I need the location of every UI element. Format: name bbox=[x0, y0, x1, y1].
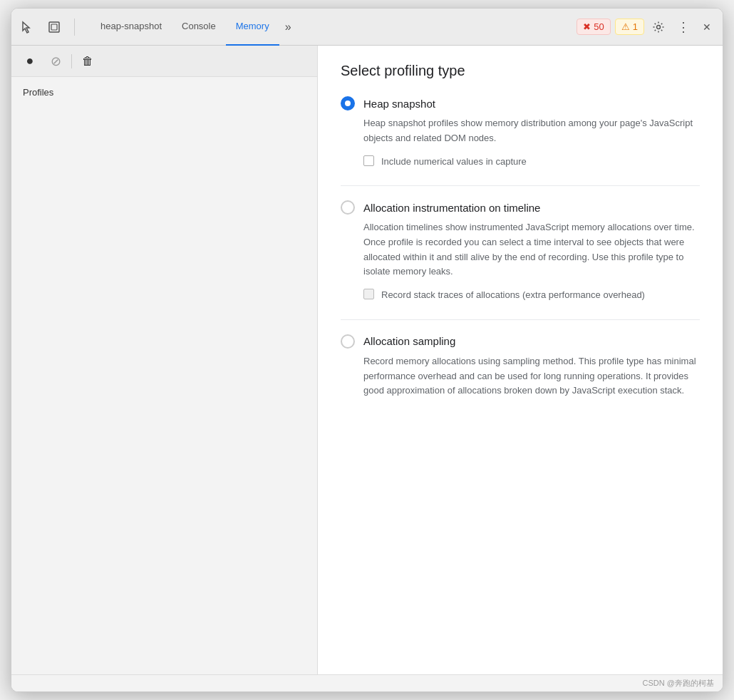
checkbox-stack-traces-input[interactable] bbox=[363, 289, 374, 299]
svg-rect-0 bbox=[49, 22, 59, 32]
svg-point-2 bbox=[657, 25, 661, 29]
delete-button[interactable]: 🗑 bbox=[78, 51, 98, 71]
option-heap-snapshot-desc: Heap snapshot profiles show memory distr… bbox=[363, 116, 700, 146]
more-tabs-button[interactable]: » bbox=[279, 18, 297, 36]
checkbox-numerical-values-input[interactable] bbox=[363, 155, 374, 166]
radio-allocation-instrumentation[interactable] bbox=[341, 200, 355, 215]
option-allocation-instrumentation-desc: Allocation timelines show instrumented J… bbox=[363, 220, 700, 279]
radio-allocation-sampling[interactable] bbox=[341, 334, 355, 349]
devtools-window: heap-snapshot Console Memory » ✖ 50 ⚠ 1 bbox=[11, 8, 723, 692]
option-allocation-instrumentation-label: Allocation instrumentation on timeline bbox=[363, 202, 540, 214]
close-button[interactable]: ✕ bbox=[697, 17, 717, 37]
sidebar-body: Profiles bbox=[11, 77, 317, 674]
tabs-area: heap-snapshot Console Memory » bbox=[91, 9, 297, 46]
tab-memory-label: Memory bbox=[236, 21, 269, 31]
checkbox-numerical-values-label: Include numerical values in capture bbox=[381, 155, 527, 169]
tab-memory[interactable]: Memory bbox=[226, 9, 279, 46]
warning-badge-icon: ⚠ bbox=[621, 21, 630, 32]
sidebar-divider bbox=[71, 54, 72, 68]
option-heap-snapshot-label: Heap snapshot bbox=[363, 98, 435, 110]
close-icon: ✕ bbox=[703, 21, 711, 33]
sidebar-toolbar: ● ⊘ 🗑 bbox=[11, 46, 317, 77]
svg-rect-1 bbox=[51, 24, 57, 30]
option-allocation-sampling-label: Allocation sampling bbox=[363, 335, 455, 347]
warning-badge-count: 1 bbox=[633, 21, 638, 32]
option-allocation-instrumentation: Allocation instrumentation on timeline A… bbox=[341, 200, 700, 302]
title-bar-right: ✖ 50 ⚠ 1 ⋮ ✕ bbox=[577, 17, 717, 37]
option-allocation-sampling: Allocation sampling Record memory alloca… bbox=[341, 334, 700, 398]
error-badge-icon: ✖ bbox=[583, 21, 591, 32]
checkbox-stack-traces-label: Record stack traces of allocations (extr… bbox=[381, 288, 645, 302]
tab-console-label: Console bbox=[182, 21, 216, 31]
title-bar-left: heap-snapshot Console Memory » bbox=[17, 9, 297, 46]
checkbox-stack-traces: Record stack traces of allocations (extr… bbox=[363, 288, 700, 302]
profiles-label: Profiles bbox=[23, 87, 53, 98]
option-heap-snapshot: Heap snapshot Heap snapshot profiles sho… bbox=[341, 96, 700, 168]
profiling-title: Select profiling type bbox=[341, 63, 700, 79]
tab-elements[interactable]: heap-snapshot bbox=[91, 9, 172, 46]
error-badge-count: 50 bbox=[594, 21, 604, 32]
tab-console[interactable]: Console bbox=[172, 9, 226, 46]
option-heap-snapshot-header[interactable]: Heap snapshot bbox=[341, 96, 700, 110]
record-button[interactable]: ● bbox=[20, 51, 40, 71]
radio-heap-snapshot[interactable] bbox=[341, 96, 355, 110]
option-allocation-sampling-desc: Record memory allocations using sampling… bbox=[363, 354, 700, 398]
inspect-icon-btn[interactable] bbox=[44, 17, 64, 37]
more-menu-button[interactable]: ⋮ bbox=[673, 17, 693, 37]
cursor-icon bbox=[21, 21, 33, 34]
inspect-icon bbox=[48, 21, 61, 34]
separator-1 bbox=[341, 185, 700, 186]
separator-2 bbox=[341, 319, 700, 320]
option-allocation-instrumentation-header[interactable]: Allocation instrumentation on timeline bbox=[341, 200, 700, 215]
main-content: ● ⊘ 🗑 Profiles Select profiling type Hea… bbox=[11, 46, 723, 674]
watermark: CSDN @奔跑的柯基 bbox=[11, 674, 723, 691]
title-bar: heap-snapshot Console Memory » ✖ 50 ⚠ 1 bbox=[11, 9, 723, 46]
watermark-text: CSDN @奔跑的柯基 bbox=[643, 679, 714, 687]
profiles-section: Profiles bbox=[11, 77, 317, 107]
main-panel: Select profiling type Heap snapshot Heap… bbox=[318, 46, 723, 674]
gear-icon bbox=[652, 21, 665, 34]
toolbar-divider bbox=[74, 19, 75, 36]
warning-badge[interactable]: ⚠ 1 bbox=[615, 19, 644, 35]
checkbox-numerical-values: Include numerical values in capture bbox=[363, 155, 700, 169]
settings-button[interactable] bbox=[648, 17, 668, 37]
error-badge[interactable]: ✖ 50 bbox=[577, 19, 610, 35]
cursor-icon-btn[interactable] bbox=[17, 17, 37, 37]
option-allocation-sampling-header[interactable]: Allocation sampling bbox=[341, 334, 700, 349]
more-icon: ⋮ bbox=[677, 19, 689, 35]
sidebar: ● ⊘ 🗑 Profiles bbox=[11, 46, 318, 674]
stop-button[interactable]: ⊘ bbox=[46, 51, 66, 71]
